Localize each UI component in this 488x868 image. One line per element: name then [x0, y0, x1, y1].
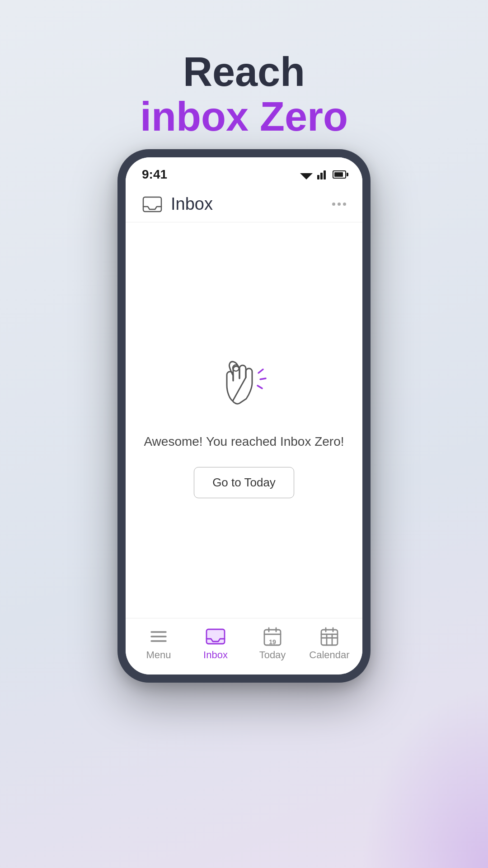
- svg-line-7: [260, 378, 266, 379]
- nav-item-menu[interactable]: Menu: [136, 627, 181, 661]
- ok-hand-illustration: [208, 342, 280, 415]
- header-title: Inbox: [171, 194, 213, 214]
- inbox-zero-message: Awesome! You reached Inbox Zero!: [144, 434, 344, 449]
- battery-fill: [334, 172, 343, 177]
- title-reach: Reach: [140, 50, 348, 94]
- svg-rect-1: [317, 175, 319, 179]
- phone-screen: 9:41: [126, 157, 362, 675]
- title-inbox-zero: inbox Zero: [140, 94, 348, 139]
- nav-item-inbox[interactable]: Inbox: [193, 627, 238, 661]
- nav-label-calendar: Calendar: [309, 649, 349, 661]
- svg-line-8: [258, 386, 262, 388]
- inbox-nav-icon: [204, 627, 227, 646]
- svg-rect-2: [320, 173, 323, 179]
- inbox-tray-icon: [142, 196, 163, 213]
- header-left: Inbox: [142, 194, 213, 214]
- status-icons: [300, 170, 346, 179]
- decoration-blob: [361, 687, 488, 868]
- go-to-today-button[interactable]: Go to Today: [194, 467, 294, 498]
- svg-text:19: 19: [269, 638, 276, 646]
- wifi-icon: [300, 170, 313, 179]
- svg-marker-0: [300, 173, 313, 179]
- nav-item-calendar[interactable]: Calendar: [307, 627, 352, 661]
- nav-label-menu: Menu: [146, 649, 171, 661]
- nav-label-inbox: Inbox: [203, 649, 228, 661]
- status-time: 9:41: [142, 167, 167, 182]
- battery-icon: [333, 170, 346, 179]
- svg-line-6: [258, 369, 263, 373]
- svg-rect-3: [324, 170, 326, 179]
- signal-icon: [317, 170, 328, 179]
- calendar-icon: [318, 627, 341, 646]
- menu-icon: [147, 627, 170, 646]
- nav-label-today: Today: [259, 649, 286, 661]
- status-bar: 9:41: [126, 157, 362, 186]
- bottom-nav: Menu Inbox: [126, 618, 362, 675]
- dot2: [338, 203, 341, 206]
- nav-item-today[interactable]: 19 Today: [250, 627, 295, 661]
- dot3: [343, 203, 346, 206]
- background-title: Reach inbox Zero: [140, 50, 348, 139]
- inbox-zero-content: Awesome! You reached Inbox Zero! Go to T…: [126, 222, 362, 618]
- dot1: [332, 203, 335, 206]
- today-icon: 19: [261, 627, 284, 646]
- app-header: Inbox: [126, 186, 362, 222]
- more-options-button[interactable]: [332, 203, 346, 206]
- phone-frame: 9:41: [117, 149, 371, 683]
